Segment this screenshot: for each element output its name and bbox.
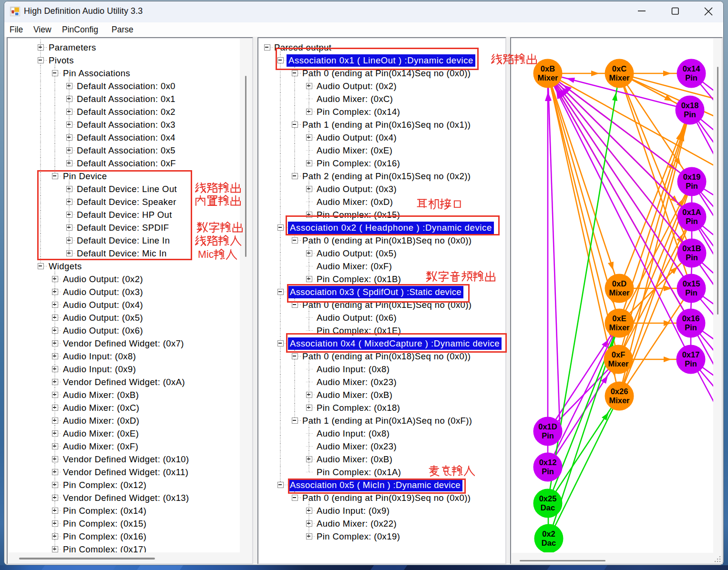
svg-text:Pin: Pin — [542, 431, 554, 440]
svg-text:Mixer: Mixer — [609, 323, 630, 332]
svg-text:Mixer: Mixer — [537, 73, 558, 82]
svg-text:0x2: 0x2 — [542, 529, 555, 538]
svg-text:Mixer: Mixer — [609, 396, 630, 405]
svg-text:Mixer: Mixer — [609, 73, 630, 82]
svg-text:0x1A: 0x1A — [682, 208, 701, 216]
svg-text:0x15: 0x15 — [683, 279, 700, 288]
svg-text:Pin: Pin — [685, 359, 697, 368]
svg-text:0x18: 0x18 — [681, 101, 699, 110]
svg-text:Pin: Pin — [685, 73, 697, 82]
svg-text:0xB: 0xB — [541, 64, 555, 73]
svg-text:0x17: 0x17 — [682, 350, 700, 359]
svg-text:Mixer: Mixer — [609, 288, 630, 297]
svg-text:Mixer: Mixer — [608, 359, 629, 368]
svg-text:Pin: Pin — [684, 110, 696, 119]
svg-text:Pin: Pin — [685, 288, 697, 297]
svg-text:0xC: 0xC — [612, 64, 626, 73]
svg-text:0x25: 0x25 — [539, 494, 557, 503]
svg-text:0x14: 0x14 — [683, 64, 701, 73]
svg-text:0xD: 0xD — [612, 279, 626, 288]
svg-text:0x12: 0x12 — [539, 458, 557, 467]
svg-text:Pin: Pin — [686, 253, 698, 262]
svg-text:0xE: 0xE — [612, 314, 626, 323]
svg-text:0x1B: 0x1B — [682, 244, 701, 253]
svg-text:Pin: Pin — [686, 217, 698, 225]
svg-text:Pin: Pin — [685, 323, 697, 332]
svg-text:0x19: 0x19 — [683, 173, 701, 181]
svg-text:Pin: Pin — [542, 467, 554, 476]
svg-text:0x16: 0x16 — [682, 314, 700, 323]
svg-text:0xF: 0xF — [612, 350, 625, 359]
svg-text:0x1D: 0x1D — [538, 422, 557, 431]
svg-text:Pin: Pin — [686, 182, 698, 190]
svg-text:Dac: Dac — [541, 503, 555, 512]
svg-text:Dac: Dac — [542, 539, 556, 547]
svg-text:0x26: 0x26 — [611, 387, 628, 396]
